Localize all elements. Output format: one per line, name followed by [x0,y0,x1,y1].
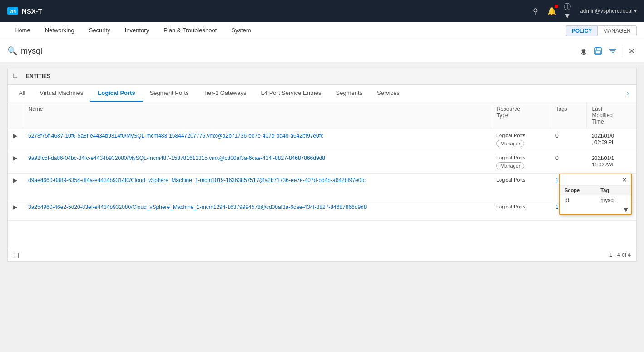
row3-resource-type: Logical Ports [496,177,545,183]
entities-section: □ ENTITIES All Virtual Machines Logical … [7,68,637,262]
nav-system[interactable]: System [224,22,258,40]
bell-icon[interactable]: 🔔 [547,6,556,15]
row2-manager-badge: Manager [496,162,524,169]
nav-security-label: Security [89,27,110,34]
nav-mode-buttons: POLICY MANAGER [566,22,637,40]
topbar: vm NSX-T ⚲ 🔔 ⓘ ▼ admin@vsphere.local ▾ [0,0,644,22]
nav-inventory-label: Inventory [125,27,149,34]
row3-name-link[interactable]: d9ae4660-0889-6354-df4a-e4434b9314f0/Clo… [28,177,366,183]
save-search-button[interactable] [593,45,604,56]
entities-header: □ ENTITIES [8,68,636,85]
tab-l4-port-service-label: L4 Port Service Entries [261,89,322,96]
layout-icon[interactable]: ◫ [13,251,19,258]
app-logo: vm NSX-T [7,7,42,15]
topbar-actions: ⚲ 🔔 ⓘ ▼ admin@vsphere.local ▾ [531,6,637,15]
close-search-button[interactable]: ✕ [626,45,637,56]
row1-resource-type: Logical Ports [496,133,545,138]
search-icon[interactable]: ⚲ [531,6,540,15]
policy-button[interactable]: POLICY [566,25,598,36]
nav-inventory[interactable]: Inventory [118,22,156,40]
nav-plan-troubleshoot-label: Plan & Troubleshoot [163,27,217,34]
row2-resource-type: Logical Ports [496,155,545,160]
table-row: ▶ 3a254960-46e2-5d20-83ef-e4434b932080/C… [8,200,636,221]
scope-col-header: Scope [560,186,596,195]
clear-search-button[interactable]: ◉ [578,45,589,56]
navbar: Home Networking Security Inventory Plan … [0,22,644,40]
tab-l4-port-service[interactable]: L4 Port Service Entries [254,85,329,102]
tab-segment-ports-label: Segment Ports [150,89,189,96]
table-row: ▶ d9ae4660-0889-6354-df4a-e4434b9314f0/C… [8,174,636,200]
tags-popup-table: Scope Tag db mysql [560,186,631,205]
tab-tier1-gateways[interactable]: Tier-1 Gateways [196,85,254,102]
expand-row4-button[interactable]: ▶ [13,204,17,210]
content-area: □ ENTITIES All Virtual Machines Logical … [0,62,644,267]
tab-all[interactable]: All [11,85,32,102]
row1-tags-count: 0 [555,133,559,139]
tabs-next-arrow[interactable]: › [623,89,633,98]
tab-segments[interactable]: Segments [329,85,370,102]
search-input[interactable] [21,46,574,56]
col-last-modified: Last Modified Time [586,102,636,129]
scope-value: db [560,195,596,206]
row1-manager-badge: Manager [496,140,524,147]
search-bar: 🔍 ◉ ✕ [0,40,644,62]
tab-segments-label: Segments [336,89,363,96]
nav-home[interactable]: Home [7,22,38,40]
tab-all-label: All [19,89,25,96]
row2-name-link[interactable]: 9a92fc5f-da86-04bc-34fc-e4434b932080/MyS… [28,155,325,161]
tab-segment-ports[interactable]: Segment Ports [143,85,196,102]
row3-tags-count[interactable]: 1 [555,177,559,183]
notification-badge [555,5,558,8]
expand-row2-button[interactable]: ▶ [13,155,17,161]
tab-tier1-gateways-label: Tier-1 Gateways [203,89,247,96]
manager-button[interactable]: MANAGER [597,25,637,36]
entities-icon: □ [13,72,22,81]
tags-popup: ✕ Scope Tag [559,174,632,215]
row1-name-link[interactable]: 5278f75f-4687-10f6-5a8f-e4434b9314f0/MyS… [28,133,323,139]
user-menu[interactable]: admin@vsphere.local ▾ [580,8,637,14]
status-bar: ◫ 1 - 4 of 4 [8,248,636,261]
tab-virtual-machines[interactable]: Virtual Machines [32,85,90,102]
popup-scroll-down[interactable]: ▼ [560,205,631,214]
entities-label: ENTITIES [26,73,50,79]
table-row: ▶ 5278f75f-4687-10f6-5a8f-e4434b9314f0/M… [8,129,636,151]
nav-plan-troubleshoot[interactable]: Plan & Troubleshoot [156,22,224,40]
tab-services-label: Services [377,89,400,96]
vm-icon: vm [7,7,18,15]
help-icon[interactable]: ⓘ ▼ [564,6,573,15]
tag-value: mysql [596,195,631,206]
tags-popup-header: ✕ [560,174,631,186]
row4-tags-count[interactable]: 1 [555,204,559,210]
svg-rect-2 [595,51,601,54]
col-name: Name [23,102,491,129]
col-resource-type: Resource Type [491,102,550,129]
search-icon-large: 🔍 [7,46,17,56]
user-text: admin@vsphere.local ▾ [580,8,637,14]
tab-virtual-machines-label: Virtual Machines [40,89,83,96]
tab-logical-ports[interactable]: Logical Ports [90,85,142,102]
search-actions: ◉ ✕ [578,45,637,56]
col-expand [8,102,23,129]
filter-button[interactable] [607,45,618,56]
tab-logical-ports-label: Logical Ports [98,89,135,96]
search-divider [622,46,622,55]
nav-networking-label: Networking [45,27,74,34]
row2-tags-count: 0 [555,155,559,161]
search-input-wrapper: 🔍 [7,46,574,56]
tags-popup-close-button[interactable]: ✕ [622,176,627,183]
row4-resource-type: Logical Ports [496,204,545,209]
col-tags: Tags [550,102,586,129]
nav-home-label: Home [15,27,30,34]
nav-security[interactable]: Security [82,22,118,40]
results-table: Name Resource Type Tags Last Modified Ti… [8,102,636,248]
table-row: ▶ 9a92fc5f-da86-04bc-34fc-e4434b932080/M… [8,151,636,174]
expand-row3-button[interactable]: ▶ [13,177,17,183]
row1-date: 2021/01/0 , 02:09 PI [592,133,614,145]
tab-services[interactable]: Services [370,85,407,102]
row4-name-link[interactable]: 3a254960-46e2-5d20-83ef-e4434b932080/Clo… [28,204,367,210]
expand-row1-button[interactable]: ▶ [13,133,17,139]
nav-networking[interactable]: Networking [38,22,82,40]
table-container: Name Resource Type Tags Last Modified Ti… [8,102,636,248]
app-title: NSX-T [22,7,42,15]
empty-row [8,221,636,248]
